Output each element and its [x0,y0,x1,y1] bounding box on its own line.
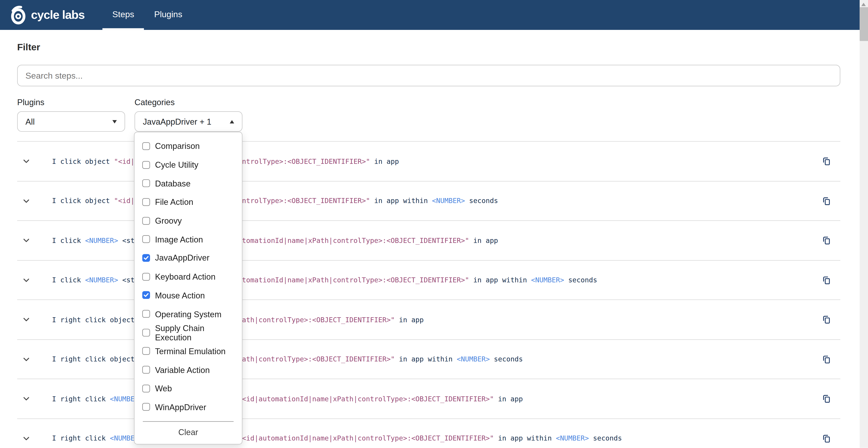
step-text: I right click <NUMBER> <string> times ob… [52,394,523,403]
copy-icon [822,354,832,364]
category-option-winappdriver[interactable]: WinAppDriver [135,398,242,416]
expand-step-button[interactable] [21,195,32,206]
step-token-code: I click object [52,197,114,205]
caret-down-icon [113,120,117,123]
expand-step-button[interactable] [21,314,32,325]
checkbox-unchecked[interactable] [142,328,150,336]
checkbox-unchecked[interactable] [142,217,150,225]
copy-step-button[interactable] [820,432,833,444]
tab-plugins[interactable]: Plugins [144,0,192,30]
category-option-label: Keyboard Action [155,272,216,282]
tab-steps[interactable]: Steps [102,0,144,30]
plugins-select[interactable]: All [17,111,125,132]
categories-field: Categories JavaAppDriver + 1 [135,97,243,132]
expand-step-button[interactable] [21,353,32,365]
checkbox-unchecked[interactable] [142,180,150,187]
checkmark-icon [144,255,149,261]
step-token-code: in app [370,157,399,165]
category-option-label: Web [155,384,172,393]
category-option-label: Terminal Emulation [155,347,226,356]
step-token-code: in app [395,315,424,324]
copy-step-button[interactable] [820,274,833,286]
checkbox-checked[interactable] [142,291,150,299]
category-option-keyboard-action[interactable]: Keyboard Action [135,267,242,286]
step-token-number: <NUMBER> [531,276,564,284]
chevron-down-icon [22,434,31,443]
step-token-code: in app [469,236,498,245]
top-navbar: cycle labs StepsPlugins [0,0,860,30]
copy-icon [822,156,832,166]
copy-icon [822,433,832,443]
category-option-label: Groovy [155,216,182,225]
step-token-number: <NUMBER> [85,276,118,284]
step-text: I right click object "<id|automationId|n… [52,355,523,363]
copy-step-button[interactable] [820,155,833,167]
checkbox-unchecked[interactable] [142,142,150,150]
step-token-string: "<id|automationId|name|xPath|controlType… [238,394,494,403]
scrollbar-up-arrow-icon[interactable] [861,3,866,6]
app-window: cycle labs StepsPlugins Filter Plugins A… [0,0,868,448]
copy-step-button[interactable] [820,353,833,365]
category-option-terminal-emulation[interactable]: Terminal Emulation [135,342,242,360]
expand-step-button[interactable] [21,433,32,444]
category-option-comparison[interactable]: Comparison [135,137,242,155]
scrollbar-thumb[interactable] [860,7,868,41]
category-option-javaappdriver[interactable]: JavaAppDriver [135,249,242,267]
copy-icon [822,315,832,324]
search-input[interactable] [17,65,840,86]
checkbox-unchecked[interactable] [142,347,150,355]
expand-step-button[interactable] [21,274,32,286]
chevron-down-icon [22,157,31,166]
step-token-code: I right click [52,434,110,443]
plugins-label: Plugins [17,97,125,107]
copy-step-button[interactable] [820,313,833,326]
step-token-string: "<id|automationId|name|xPath|controlType… [238,434,494,443]
step-text: I click <NUMBER> <string> times object "… [52,236,498,245]
category-option-groovy[interactable]: Groovy [135,211,242,230]
step-token-code: seconds [490,355,523,363]
step-token-code: seconds [589,434,622,443]
copy-step-button[interactable] [820,195,833,207]
category-option-supply-chain-execution[interactable]: Supply Chain Execution [135,323,242,342]
category-option-label: Database [155,179,191,188]
step-token-code: in app within [469,276,531,284]
step-token-code: in app within [370,197,432,205]
expand-step-button[interactable] [21,155,32,167]
category-option-image-action[interactable]: Image Action [135,230,242,249]
category-option-operating-system[interactable]: Operating System [135,305,242,323]
expand-step-button[interactable] [21,393,32,405]
checkbox-unchecked[interactable] [142,403,150,411]
checkbox-unchecked[interactable] [142,235,150,243]
expand-step-button[interactable] [21,234,32,246]
checkbox-unchecked[interactable] [142,161,150,169]
copy-step-button[interactable] [820,234,833,247]
copy-icon [822,235,832,246]
category-option-variable-action[interactable]: Variable Action [135,360,242,379]
nav-tabs: StepsPlugins [102,0,192,30]
checkbox-unchecked[interactable] [142,310,150,318]
checkbox-unchecked[interactable] [142,273,150,280]
plugins-select-value: All [25,117,35,126]
clear-button[interactable]: Clear [135,422,242,442]
checkbox-unchecked[interactable] [142,198,150,206]
step-token-code: in app within [395,355,457,363]
categories-dropdown-menu: ComparisonCycle UtilityDatabaseFile Acti… [134,132,243,444]
step-token-number: <NUMBER> [432,197,465,205]
step-token-code: I click object [52,157,114,165]
category-option-database[interactable]: Database [135,174,242,193]
step-token-code: I right click [52,394,110,403]
checkbox-checked[interactable] [142,254,150,262]
category-option-cycle-utility[interactable]: Cycle Utility [135,155,242,174]
category-option-mouse-action[interactable]: Mouse Action [135,286,242,305]
checkbox-unchecked[interactable] [142,385,150,392]
step-token-code: I right click object [52,315,139,324]
checkbox-unchecked[interactable] [142,366,150,374]
copy-step-button[interactable] [820,392,833,405]
chevron-down-icon [22,236,31,245]
categories-select[interactable]: JavaAppDriver + 1 [135,111,243,132]
chevron-down-icon [22,196,31,205]
step-token-code: I right click object [52,355,139,363]
category-option-file-action[interactable]: File Action [135,193,242,211]
category-option-web[interactable]: Web [135,379,242,398]
filter-heading: Filter [17,42,840,53]
